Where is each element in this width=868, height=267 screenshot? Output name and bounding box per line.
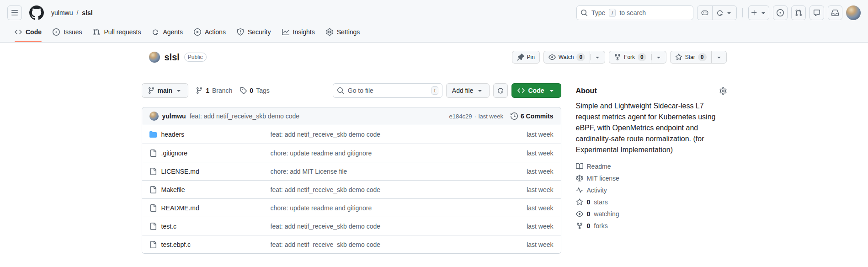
tab-agents[interactable]: Agents (148, 22, 186, 42)
file-commit-message-link[interactable]: feat: add netif_receive_skb demo code (271, 186, 499, 193)
file-name-link[interactable]: README.md (161, 204, 199, 212)
copilot-agent-button[interactable] (493, 83, 508, 98)
notifications-inbox-button[interactable] (828, 5, 842, 20)
star-button[interactable]: Star 0 (670, 51, 712, 64)
repo-actions: Pin Watch 0 Fork 0 Star 0 (512, 51, 727, 64)
pin-icon (517, 53, 524, 61)
tab-settings[interactable]: Settings (322, 22, 364, 42)
tab-code[interactable]: Code (11, 22, 45, 42)
gear-icon (326, 28, 333, 36)
file-name-link[interactable]: headers (161, 131, 185, 138)
file-name-link[interactable]: test.c (161, 223, 176, 230)
file-commit-message-link[interactable]: chore: add MIT License file (271, 168, 499, 175)
meta-item-mit-license[interactable]: MIT license (576, 175, 727, 182)
file-name-link[interactable]: LICENSE.md (161, 168, 199, 175)
pin-button[interactable]: Pin (512, 51, 540, 64)
commit-meta: e184c29 · last week (449, 113, 503, 120)
edit-about-gear-icon[interactable] (719, 87, 727, 95)
star-icon (576, 198, 583, 206)
watch-button-group: Watch 0 (543, 51, 605, 64)
pull-requests-header-button[interactable] (791, 5, 806, 20)
code-icon (15, 28, 22, 36)
commit-message-link[interactable]: feat: add netif_receive_skb demo code (190, 112, 300, 120)
meta-item-stars[interactable]: 0 stars (576, 198, 727, 206)
breadcrumb-repo-link[interactable]: slsl (82, 9, 92, 16)
star-button-group: Star 0 (670, 51, 727, 64)
git-pull-request-icon (795, 9, 802, 16)
tab-issues[interactable]: Issues (49, 22, 85, 42)
repo-forked-icon (576, 222, 583, 230)
fork-button-group: Fork 0 (609, 51, 666, 64)
file-updated-time: last week (499, 223, 554, 230)
dropdown-caret-button[interactable] (590, 51, 605, 64)
eye-icon (576, 210, 583, 218)
meta-item-forks[interactable]: 0 forks (576, 222, 727, 230)
eye-icon (548, 53, 556, 61)
create-new-dropdown[interactable] (748, 5, 769, 20)
folder-icon (149, 131, 157, 138)
user-avatar[interactable] (846, 5, 861, 20)
t-key-hint: t (431, 86, 438, 95)
commit-history-link[interactable]: 6 Commits (511, 112, 554, 120)
repo-meta-list: Readme MIT license Activity 0 stars 0 wa… (576, 163, 727, 230)
meta-item-watching[interactable]: 0 watching (576, 210, 727, 218)
law-icon (576, 175, 583, 182)
table-row: LICENSE.md chore: add MIT License file l… (142, 162, 561, 180)
watch-button[interactable]: Watch 0 (543, 51, 590, 64)
repo-description: Simple and Lightweight Sidecar-less L7 r… (576, 101, 727, 155)
go-to-file-input[interactable]: Go to file t (333, 83, 442, 98)
file-commit-message-link[interactable]: chore: update readme and gitignore (271, 204, 499, 212)
chat-header-button[interactable] (809, 5, 824, 20)
branch-selector-button[interactable]: main (142, 83, 189, 98)
count-badge: 0 (576, 53, 585, 61)
file-icon (149, 186, 157, 193)
dropdown-caret-button[interactable] (651, 51, 666, 64)
github-logo[interactable] (29, 5, 44, 20)
code-icon (517, 87, 525, 94)
global-nav-menu-button[interactable] (7, 5, 22, 20)
add-file-button[interactable]: Add file (446, 83, 490, 98)
breadcrumb-separator: / (76, 9, 78, 16)
commit-author-avatar[interactable] (149, 112, 159, 121)
commit-sha-link[interactable]: e184c29 (449, 113, 472, 120)
file-commit-message-link[interactable]: chore: update readme and gitignore (271, 150, 499, 157)
tab-security[interactable]: Security (233, 22, 275, 42)
breadcrumb: yulmwu / slsl (51, 9, 93, 16)
chevron-down-icon (760, 9, 767, 16)
file-updated-time: last week (499, 241, 554, 248)
breadcrumb-owner-link[interactable]: yulmwu (51, 9, 73, 16)
tab-actions[interactable]: Actions (190, 22, 229, 42)
tab-pull-requests[interactable]: Pull requests (89, 22, 144, 42)
file-icon (149, 223, 157, 230)
repo-toolbar: main 1 Branch 0 Tags Go to file (142, 83, 561, 98)
copilot-button[interactable] (698, 6, 712, 20)
git-branch-icon (196, 87, 203, 94)
branches-link[interactable]: 1 Branch (196, 87, 232, 94)
meta-item-readme[interactable]: Readme (576, 163, 727, 170)
copilot-agents-dropdown[interactable] (712, 6, 736, 20)
star-icon (675, 53, 682, 61)
file-name-link[interactable]: test.ebpf.c (161, 241, 191, 248)
tab-insights[interactable]: Insights (278, 22, 319, 42)
file-name-link[interactable]: Makefile (161, 186, 185, 193)
dropdown-caret-button[interactable] (712, 51, 727, 64)
file-commit-message-link[interactable]: feat: add netif_receive_skb demo code (271, 241, 499, 248)
tag-icon (240, 87, 247, 94)
repo-owner-avatar[interactable] (149, 52, 160, 63)
global-search-input[interactable]: Type / to search (576, 5, 693, 20)
tags-link[interactable]: 0 Tags (240, 87, 269, 94)
count-badge: 0 (638, 53, 646, 61)
file-commit-message-link[interactable]: feat: add netif_receive_skb demo code (271, 223, 499, 230)
copilot-icon (701, 9, 708, 16)
file-icon (149, 241, 157, 248)
file-name-link[interactable]: .gitignore (161, 150, 188, 157)
commit-author-link[interactable]: yulmwu (162, 112, 186, 120)
table-row: test.ebpf.c feat: add netif_receive_skb … (142, 235, 561, 253)
code-button[interactable]: Code (511, 83, 561, 98)
issues-header-button[interactable] (773, 5, 788, 20)
repo-title[interactable]: slsl (165, 52, 180, 63)
meta-item-activity[interactable]: Activity (576, 187, 727, 194)
fork-button[interactable]: Fork 0 (609, 51, 651, 64)
visibility-badge: Public (184, 53, 207, 62)
file-commit-message-link[interactable]: feat: add netif_receive_skb demo code (271, 131, 499, 138)
